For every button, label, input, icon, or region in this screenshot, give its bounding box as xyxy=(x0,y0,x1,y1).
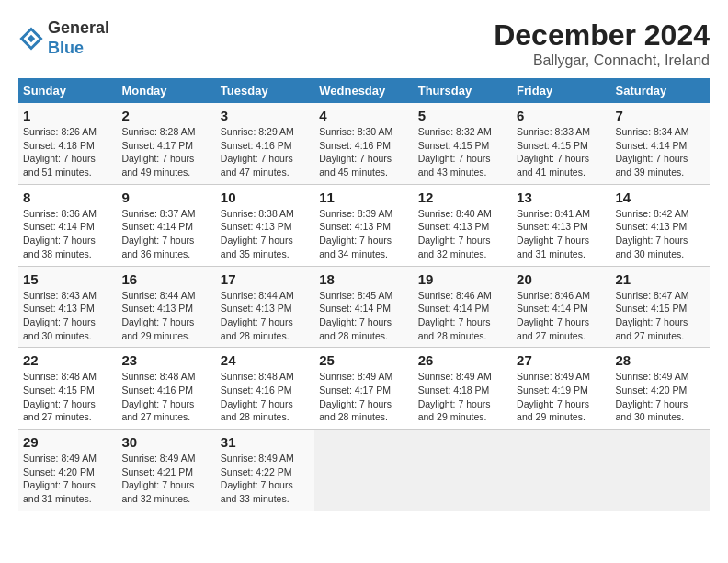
logo-blue-text: Blue xyxy=(48,39,109,59)
day-info: Sunrise: 8:46 AM Sunset: 4:14 PM Dayligh… xyxy=(517,289,606,343)
table-row: 15 Sunrise: 8:43 AM Sunset: 4:13 PM Dayl… xyxy=(18,266,710,348)
day-number: 6 xyxy=(517,108,606,123)
day-info: Sunrise: 8:49 AM Sunset: 4:20 PM Dayligh… xyxy=(616,370,705,424)
day-number: 12 xyxy=(418,190,507,205)
day-cell-22: 22 Sunrise: 8:48 AM Sunset: 4:15 PM Dayl… xyxy=(18,348,117,430)
day-info: Sunrise: 8:49 AM Sunset: 4:20 PM Dayligh… xyxy=(23,452,112,506)
table-row: 1 Sunrise: 8:26 AM Sunset: 4:18 PM Dayli… xyxy=(18,103,710,184)
table-row: 22 Sunrise: 8:48 AM Sunset: 4:15 PM Dayl… xyxy=(18,348,710,430)
day-number: 2 xyxy=(121,108,210,123)
day-number: 24 xyxy=(221,352,310,368)
day-number: 15 xyxy=(23,271,112,287)
logo: General Blue xyxy=(18,18,109,58)
day-cell-31: 31 Sunrise: 8:49 AM Sunset: 4:22 PM Dayl… xyxy=(216,430,314,511)
day-info: Sunrise: 8:37 AM Sunset: 4:14 PM Dayligh… xyxy=(121,207,210,261)
col-saturday: Saturday xyxy=(611,78,710,103)
day-info: Sunrise: 8:45 AM Sunset: 4:14 PM Dayligh… xyxy=(319,289,408,343)
day-cell-2: 2 Sunrise: 8:28 AM Sunset: 4:17 PM Dayli… xyxy=(117,103,215,184)
day-info: Sunrise: 8:49 AM Sunset: 4:18 PM Dayligh… xyxy=(418,370,507,424)
day-info: Sunrise: 8:49 AM Sunset: 4:22 PM Dayligh… xyxy=(221,452,310,506)
day-info: Sunrise: 8:36 AM Sunset: 4:14 PM Dayligh… xyxy=(23,207,112,261)
day-info: Sunrise: 8:48 AM Sunset: 4:16 PM Dayligh… xyxy=(121,370,210,424)
day-number: 5 xyxy=(418,108,507,123)
day-cell-20: 20 Sunrise: 8:46 AM Sunset: 4:14 PM Dayl… xyxy=(512,266,610,348)
table-row: 8 Sunrise: 8:36 AM Sunset: 4:14 PM Dayli… xyxy=(18,184,710,266)
day-info: Sunrise: 8:26 AM Sunset: 4:18 PM Dayligh… xyxy=(23,125,112,179)
day-info: Sunrise: 8:28 AM Sunset: 4:17 PM Dayligh… xyxy=(121,125,210,179)
day-cell-16: 16 Sunrise: 8:44 AM Sunset: 4:13 PM Dayl… xyxy=(117,266,215,348)
day-number: 11 xyxy=(319,190,408,205)
day-info: Sunrise: 8:44 AM Sunset: 4:13 PM Dayligh… xyxy=(121,289,210,343)
day-cell-4: 4 Sunrise: 8:30 AM Sunset: 4:16 PM Dayli… xyxy=(314,103,413,184)
day-cell-6: 6 Sunrise: 8:33 AM Sunset: 4:15 PM Dayli… xyxy=(512,103,610,184)
col-tuesday: Tuesday xyxy=(216,78,314,103)
day-info: Sunrise: 8:48 AM Sunset: 4:15 PM Dayligh… xyxy=(23,370,112,424)
day-cell-17: 17 Sunrise: 8:44 AM Sunset: 4:13 PM Dayl… xyxy=(216,266,314,348)
empty-cell xyxy=(314,430,413,511)
day-cell-8: 8 Sunrise: 8:36 AM Sunset: 4:14 PM Dayli… xyxy=(18,184,117,266)
day-number: 14 xyxy=(616,190,705,205)
day-number: 21 xyxy=(616,271,705,287)
day-number: 17 xyxy=(221,271,310,287)
day-info: Sunrise: 8:47 AM Sunset: 4:15 PM Dayligh… xyxy=(616,289,705,343)
col-thursday: Thursday xyxy=(414,78,512,103)
table-row: 29 Sunrise: 8:49 AM Sunset: 4:20 PM Dayl… xyxy=(18,430,710,511)
day-info: Sunrise: 8:41 AM Sunset: 4:13 PM Dayligh… xyxy=(517,207,606,261)
logo-general-text: General xyxy=(48,18,109,39)
day-number: 29 xyxy=(23,434,112,450)
empty-cell xyxy=(512,430,610,511)
logo-icon xyxy=(18,26,44,52)
day-number: 27 xyxy=(517,352,606,368)
day-info: Sunrise: 8:49 AM Sunset: 4:21 PM Dayligh… xyxy=(121,452,210,506)
day-cell-5: 5 Sunrise: 8:32 AM Sunset: 4:15 PM Dayli… xyxy=(414,103,512,184)
empty-cell xyxy=(414,430,512,511)
day-info: Sunrise: 8:48 AM Sunset: 4:16 PM Dayligh… xyxy=(221,370,310,424)
title-block: December 2024 Ballygar, Connacht, Irelan… xyxy=(494,18,710,69)
day-number: 23 xyxy=(121,352,210,368)
day-number: 18 xyxy=(319,271,408,287)
day-cell-29: 29 Sunrise: 8:49 AM Sunset: 4:20 PM Dayl… xyxy=(18,430,117,511)
day-cell-25: 25 Sunrise: 8:49 AM Sunset: 4:17 PM Dayl… xyxy=(314,348,413,430)
col-friday: Friday xyxy=(512,78,610,103)
day-info: Sunrise: 8:42 AM Sunset: 4:13 PM Dayligh… xyxy=(616,207,705,261)
day-info: Sunrise: 8:29 AM Sunset: 4:16 PM Dayligh… xyxy=(221,125,310,179)
day-info: Sunrise: 8:33 AM Sunset: 4:15 PM Dayligh… xyxy=(517,125,606,179)
day-number: 1 xyxy=(23,108,112,123)
calendar-table: Sunday Monday Tuesday Wednesday Thursday… xyxy=(18,78,710,511)
day-info: Sunrise: 8:39 AM Sunset: 4:13 PM Dayligh… xyxy=(319,207,408,261)
day-cell-3: 3 Sunrise: 8:29 AM Sunset: 4:16 PM Dayli… xyxy=(216,103,314,184)
day-cell-26: 26 Sunrise: 8:49 AM Sunset: 4:18 PM Dayl… xyxy=(414,348,512,430)
day-number: 31 xyxy=(221,434,310,450)
day-info: Sunrise: 8:43 AM Sunset: 4:13 PM Dayligh… xyxy=(23,289,112,343)
day-number: 8 xyxy=(23,190,112,205)
col-monday: Monday xyxy=(117,78,215,103)
empty-cell xyxy=(611,430,710,511)
day-cell-10: 10 Sunrise: 8:38 AM Sunset: 4:13 PM Dayl… xyxy=(216,184,314,266)
day-info: Sunrise: 8:30 AM Sunset: 4:16 PM Dayligh… xyxy=(319,125,408,179)
day-number: 4 xyxy=(319,108,408,123)
day-cell-24: 24 Sunrise: 8:48 AM Sunset: 4:16 PM Dayl… xyxy=(216,348,314,430)
day-number: 22 xyxy=(23,352,112,368)
day-number: 7 xyxy=(616,108,705,123)
day-info: Sunrise: 8:49 AM Sunset: 4:19 PM Dayligh… xyxy=(517,370,606,424)
month-title: December 2024 xyxy=(494,18,710,52)
day-cell-28: 28 Sunrise: 8:49 AM Sunset: 4:20 PM Dayl… xyxy=(611,348,710,430)
day-info: Sunrise: 8:38 AM Sunset: 4:13 PM Dayligh… xyxy=(221,207,310,261)
day-cell-23: 23 Sunrise: 8:48 AM Sunset: 4:16 PM Dayl… xyxy=(117,348,215,430)
day-cell-19: 19 Sunrise: 8:46 AM Sunset: 4:14 PM Dayl… xyxy=(414,266,512,348)
day-cell-1: 1 Sunrise: 8:26 AM Sunset: 4:18 PM Dayli… xyxy=(18,103,117,184)
day-cell-7: 7 Sunrise: 8:34 AM Sunset: 4:14 PM Dayli… xyxy=(611,103,710,184)
day-number: 30 xyxy=(121,434,210,450)
day-info: Sunrise: 8:44 AM Sunset: 4:13 PM Dayligh… xyxy=(221,289,310,343)
day-cell-9: 9 Sunrise: 8:37 AM Sunset: 4:14 PM Dayli… xyxy=(117,184,215,266)
day-number: 3 xyxy=(221,108,310,123)
col-wednesday: Wednesday xyxy=(314,78,413,103)
day-number: 26 xyxy=(418,352,507,368)
day-cell-12: 12 Sunrise: 8:40 AM Sunset: 4:13 PM Dayl… xyxy=(414,184,512,266)
day-number: 13 xyxy=(517,190,606,205)
day-number: 25 xyxy=(319,352,408,368)
day-number: 28 xyxy=(616,352,705,368)
day-number: 9 xyxy=(121,190,210,205)
day-number: 19 xyxy=(418,271,507,287)
day-cell-11: 11 Sunrise: 8:39 AM Sunset: 4:13 PM Dayl… xyxy=(314,184,413,266)
